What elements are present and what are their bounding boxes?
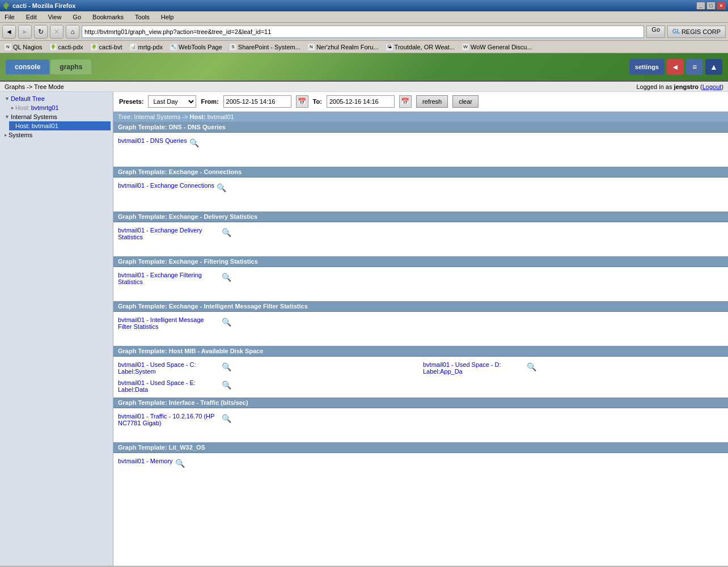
home-button[interactable]: ⌂ xyxy=(66,25,79,39)
magnify-icon[interactable]: 🔍 xyxy=(222,273,231,282)
close-button[interactable]: × xyxy=(717,2,726,10)
tab-console[interactable]: console xyxy=(6,60,49,74)
forward-button[interactable]: ► xyxy=(18,25,32,39)
sidebar-link-bvtmrtg01[interactable]: bvtmrtg01 xyxy=(31,104,59,111)
toolbar: ◄ ► ↻ ✕ ⌂ http://bvtmrtg01/graph_view.ph… xyxy=(0,23,728,41)
graph-link[interactable]: bvtmail01 - Intelligent Message Filter S… xyxy=(118,316,219,330)
magnify-icon[interactable]: 🔍 xyxy=(175,459,185,468)
section-name: Interface - Traffic (bits/sec) xyxy=(169,399,248,406)
expand-icon: ▼ xyxy=(5,114,10,120)
sidebar-item-label[interactable]: Default Tree xyxy=(11,95,45,102)
graph-link[interactable]: bvtmail01 - Exchange Delivery Statistics xyxy=(118,227,219,240)
menu-button[interactable]: ≡ xyxy=(686,59,703,75)
sidebar-item-label[interactable]: Systems xyxy=(9,132,32,138)
menu-help[interactable]: Help xyxy=(159,12,176,22)
bookmark-cacti-bvt[interactable]: 🌵 cacti-bvt xyxy=(88,43,124,52)
section-label: Graph Template: xyxy=(118,444,169,451)
graph-link[interactable]: bvtmail01 - Exchange Filtering Statistic… xyxy=(118,272,219,285)
sidebar-item-default-tree[interactable]: ▼ Default Tree xyxy=(2,94,111,103)
section-header-exchange-filtering: Graph Template: Exchange - Filtering Sta… xyxy=(113,256,728,267)
bookmark-cacti-pdx[interactable]: 🌵 cacti-pdx xyxy=(48,43,85,52)
bookmark-sharepoint[interactable]: S SharePoint - System... xyxy=(227,43,302,52)
magnify-icon[interactable]: 🔍 xyxy=(222,228,231,237)
graph-link[interactable]: bvtmail01 - Used Space - D: Label:App_Da xyxy=(423,361,524,375)
tab-graphs[interactable]: graphs xyxy=(50,60,91,74)
section-header-interface-traffic: Graph Template: Interface - Traffic (bit… xyxy=(113,397,728,408)
from-label: From: xyxy=(201,98,218,105)
chart-button[interactable]: ▲ xyxy=(705,59,722,75)
bookmark-mrtg-pdx[interactable]: 📊 mrtg-pdx xyxy=(128,43,164,52)
magnify-icon[interactable]: 🔍 xyxy=(527,362,536,371)
stop-button[interactable]: ✕ xyxy=(50,25,64,39)
bookmark-webtools[interactable]: 🔧 WebTools Page xyxy=(168,43,224,52)
sidebar: ▼ Default Tree ▸ Host: bvtmrtg01 ▼ Inter… xyxy=(0,92,113,566)
menu-edit[interactable]: Edit xyxy=(24,12,39,22)
graph-item: bvtmail01 - Exchange Connections 🔍 xyxy=(118,182,226,207)
clear-button[interactable]: clear xyxy=(452,95,479,108)
app-icon: 🌵 xyxy=(2,2,10,10)
magnify-icon[interactable]: 🔍 xyxy=(222,362,231,371)
preset-select[interactable]: Last Day Last Week Last Month Last Year xyxy=(148,95,196,108)
graph-link[interactable]: bvtmail01 - Traffic - 10.2.16.70 (HP NC7… xyxy=(118,413,219,426)
graph-item: bvtmail01 - Exchange Delivery Statistics… xyxy=(118,227,231,252)
tree-name: Internal Systems xyxy=(134,113,180,120)
menu-bookmarks[interactable]: Bookmarks xyxy=(90,12,126,22)
menu-go[interactable]: Go xyxy=(70,12,83,22)
bookmark-troutdale[interactable]: 🌤 Troutdale, OR Weat... xyxy=(384,43,456,52)
graph-link[interactable]: bvtmail01 - Memory xyxy=(118,458,173,464)
section-content-dns: bvtmail01 - DNS Queries 🔍 xyxy=(113,133,728,167)
regis-icon: GL xyxy=(672,28,680,35)
sidebar-item-bvtmrtg01[interactable]: ▸ Host: bvtmrtg01 xyxy=(9,103,111,112)
main-layout: ▼ Default Tree ▸ Host: bvtmrtg01 ▼ Inter… xyxy=(0,92,728,566)
magnify-icon[interactable]: 🔍 xyxy=(222,318,231,327)
alert-button[interactable]: ◄ xyxy=(667,59,684,75)
magnify-icon[interactable]: 🔍 xyxy=(189,138,199,147)
sidebar-item-bvtmail01[interactable]: ▸ Host: bvtmail01 xyxy=(9,121,111,130)
refresh-button[interactable]: refresh xyxy=(416,95,448,108)
graph-link[interactable]: bvtmail01 - Used Space - C: Label:System xyxy=(118,361,219,375)
bookmark-icon: W xyxy=(462,43,469,51)
go-button[interactable]: Go xyxy=(646,26,665,38)
graph-link[interactable]: bvtmail01 - Used Space - E: Label:Data xyxy=(118,379,219,393)
host-label-text: Host: xyxy=(189,113,207,120)
bookmark-nagios[interactable]: N QL Nagios xyxy=(2,43,44,52)
section-name: Exchange - Filtering Statistics xyxy=(169,258,258,265)
bookmark-nerzhul[interactable]: N Ner'zhul Realm Foru... xyxy=(306,43,380,52)
titlebar-controls[interactable]: _ □ × xyxy=(696,2,726,10)
menu-tools[interactable]: Tools xyxy=(133,12,152,22)
menu-file[interactable]: File xyxy=(2,12,17,22)
maximize-button[interactable]: □ xyxy=(706,2,716,10)
section-label: Graph Template: xyxy=(118,399,169,406)
app-tabs: console graphs xyxy=(6,60,91,74)
sidebar-item-systems[interactable]: ▸ Systems xyxy=(2,130,111,139)
reload-button[interactable]: ↻ xyxy=(34,25,48,39)
magnify-icon[interactable]: 🔍 xyxy=(222,380,231,390)
breadcrumb-bar: Graphs -> Tree Mode Logged in as jengstr… xyxy=(0,82,728,92)
content-area: Presets: Last Day Last Week Last Month L… xyxy=(113,92,728,566)
minimize-button[interactable]: _ xyxy=(696,2,705,10)
magnify-icon[interactable]: 🔍 xyxy=(222,414,231,423)
to-date-input[interactable] xyxy=(327,95,395,108)
menubar: File Edit View Go Bookmarks Tools Help xyxy=(0,11,728,23)
sidebar-item-internal-systems[interactable]: ▼ Internal Systems xyxy=(2,112,111,121)
titlebar: 🌵 cacti - Mozilla Firefox _ □ × xyxy=(0,0,728,11)
magnify-icon[interactable]: 🔍 xyxy=(217,183,226,192)
section-header-host-mib: Graph Template: Host MIB - Available Dis… xyxy=(113,346,728,357)
back-button[interactable]: ◄ xyxy=(2,25,16,39)
to-calendar-button[interactable]: 📅 xyxy=(399,95,412,108)
graph-link[interactable]: bvtmail01 - Exchange Connections xyxy=(118,182,214,189)
from-date-input[interactable] xyxy=(223,95,291,108)
sidebar-item-label[interactable]: Internal Systems xyxy=(11,113,57,120)
graph-link[interactable]: bvtmail01 - DNS Queries xyxy=(118,137,187,144)
graph-item: bvtmail01 - Traffic - 10.2.16.70 (HP NC7… xyxy=(118,413,231,438)
address-text[interactable]: http://bvtmrtg01/graph_view.php?action=t… xyxy=(84,28,641,35)
bookmark-wow[interactable]: W WoW General Discu... xyxy=(460,43,534,52)
settings-button[interactable]: settings xyxy=(629,59,664,75)
logout-link[interactable]: Logout xyxy=(702,83,722,90)
host-name: bvtmail01 xyxy=(208,113,234,120)
host-icon: ▸ xyxy=(11,123,14,129)
regis-button[interactable]: GL REGIS CORP xyxy=(667,26,726,38)
section-label: Graph Template: xyxy=(118,303,169,310)
from-calendar-button[interactable]: 📅 xyxy=(296,95,308,108)
menu-view[interactable]: View xyxy=(46,12,64,22)
